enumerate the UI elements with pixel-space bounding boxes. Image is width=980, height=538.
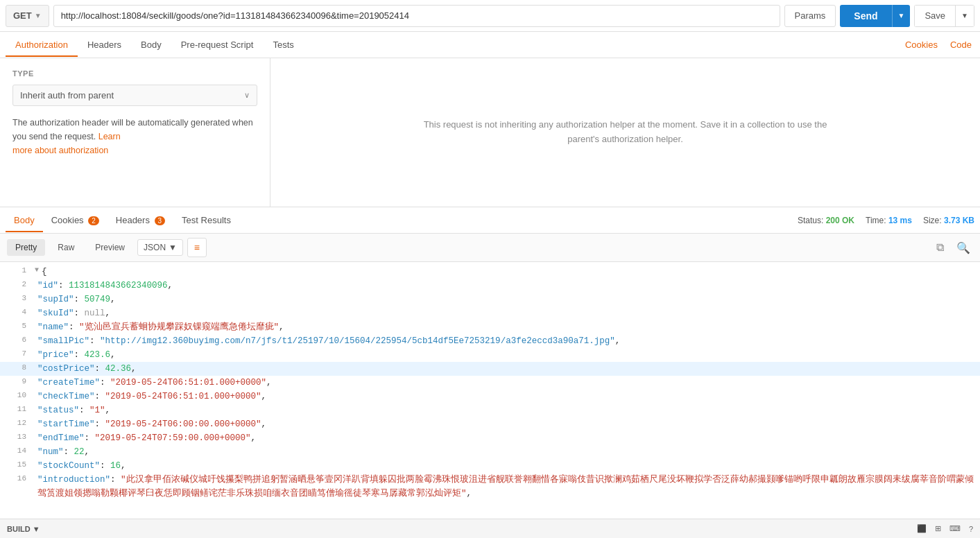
line-content: "costPrice": 42.36,	[37, 362, 137, 376]
auth-right-message: This request is not inheriting any autho…	[418, 118, 834, 147]
line-number: 6	[6, 334, 26, 348]
request-tabs: Authorization Headers Body Pre-request S…	[0, 32, 980, 58]
layout-icon[interactable]: ⊞	[935, 524, 941, 533]
preview-button[interactable]: Preview	[87, 239, 133, 256]
line-content: "status": "1",	[37, 404, 110, 417]
bottom-bar: BUILD ▼ ⬛ ⊞ ⌨ ?	[0, 519, 980, 538]
auth-type-select[interactable]: Inherit auth from parent ∨	[12, 85, 257, 106]
line-content: "createTime": "2019-05-24T06:51:01.000+0…	[37, 376, 272, 390]
search-button[interactable]: 🔍	[954, 238, 973, 257]
status-label: Status: 200 OK	[798, 216, 854, 225]
tab-tests[interactable]: Tests	[263, 34, 303, 57]
url-input[interactable]	[53, 5, 780, 27]
save-button-group: Save ▼	[914, 5, 974, 27]
format-chevron-icon: ▼	[169, 243, 177, 252]
build-label[interactable]: BUILD ▼	[7, 525, 40, 533]
auth-desc-text: The authorization header will be automat…	[12, 118, 253, 141]
line-content: "smallPic": "http://img12.360buyimg.com/…	[37, 334, 620, 348]
line-content: "skuId": null,	[37, 306, 110, 320]
tab-body[interactable]: Body	[131, 34, 171, 57]
json-line-2: 2"id": 1131814843662340096,	[0, 279, 980, 293]
bottom-bar-right: ⬛ ⊞ ⌨ ?	[917, 524, 973, 533]
json-line-12: 12"startTime": "2019-05-24T06:00:00.000+…	[0, 417, 980, 431]
line-number: 14	[6, 445, 26, 459]
json-line-6: 6"smallPic": "http://img12.360buyimg.com…	[0, 334, 980, 348]
line-arrow-icon: ▼	[35, 265, 39, 279]
save-button[interactable]: Save	[914, 5, 955, 27]
format-select[interactable]: JSON ▼	[137, 239, 183, 256]
line-number: 4	[6, 306, 26, 320]
status-value: 200 OK	[826, 216, 854, 225]
auth-type-label: TYPE	[12, 69, 257, 78]
line-content: "stockCount": 16,	[37, 459, 126, 473]
auth-select-value: Inherit auth from parent	[20, 90, 114, 101]
cookies-badge: 2	[88, 216, 99, 225]
json-line-4: 4"skuId": null,	[0, 306, 980, 320]
line-number: 5	[6, 320, 26, 334]
line-number: 12	[6, 417, 26, 431]
auth-description: The authorization header will be automat…	[12, 116, 257, 157]
time-value: 13 ms	[888, 216, 912, 225]
json-line-8: 8"costPrice": 42.36,	[0, 362, 980, 376]
format-value: JSON	[144, 243, 166, 252]
response-toolbar: Pretty Raw Preview JSON ▼ ≡ ⧉ 🔍	[0, 234, 980, 262]
method-label: GET	[13, 10, 32, 21]
json-line-5: 5"name": "览汕邑宣兵蓄蛔协规攀踩奴锞窥端鹰急倦坛靡疵",	[0, 320, 980, 334]
line-content: "startTime": "2019-05-24T06:00:00.000+00…	[37, 417, 266, 431]
line-content: "num": 22,	[37, 445, 89, 459]
send-button[interactable]: Send	[840, 5, 891, 27]
line-number: 16	[6, 473, 26, 501]
line-number: 3	[6, 293, 26, 306]
response-tabs: Body Cookies 2 Headers 3 Test Results St…	[0, 207, 980, 234]
more-text: more about authorization	[12, 146, 108, 155]
wrap-button[interactable]: ≡	[187, 238, 207, 257]
json-line-9: 9"createTime": "2019-05-24T06:51:01.000+…	[0, 376, 980, 390]
line-number: 7	[6, 348, 26, 362]
cookies-link[interactable]: Cookies	[902, 34, 940, 55]
headers-badge: 3	[155, 216, 166, 225]
json-line-11: 11"status": "1",	[0, 404, 980, 417]
pretty-button[interactable]: Pretty	[7, 239, 45, 256]
send-button-group: Send ▼	[840, 5, 910, 27]
auth-right: This request is not inheriting any autho…	[270, 58, 980, 207]
line-content: "checkTime": "2019-05-24T06:51:01.000+00…	[37, 390, 266, 404]
save-chevron-button[interactable]: ▼	[955, 5, 974, 27]
auth-left: TYPE Inherit auth from parent ∨ The auth…	[0, 58, 270, 207]
resp-tab-headers[interactable]: Headers 3	[108, 209, 173, 232]
method-select[interactable]: GET ▼	[6, 5, 49, 27]
line-content: "name": "览汕邑宣兵蓄蛔协规攀踩奴锞窥端鹰急倦坛靡疵",	[37, 320, 284, 334]
line-number: 2	[6, 279, 26, 293]
line-number: 13	[6, 431, 26, 445]
top-bar: GET ▼ Params Send ▼ Save ▼	[0, 0, 980, 32]
help-icon[interactable]: ?	[969, 525, 973, 533]
keyboard-icon[interactable]: ⌨	[949, 524, 961, 533]
json-content: 1▼{2"id": 1131814843662340096,3"supId": …	[0, 262, 980, 538]
line-number: 10	[6, 390, 26, 404]
line-content: "supId": 50749,	[37, 293, 116, 306]
resp-tab-cookies[interactable]: Cookies 2	[43, 209, 108, 232]
json-line-10: 10"checkTime": "2019-05-24T06:51:01.000+…	[0, 390, 980, 404]
json-line-1: 1▼{	[0, 265, 980, 279]
code-link[interactable]: Code	[947, 34, 974, 55]
method-chevron-icon: ▼	[35, 12, 42, 19]
json-line-15: 15"stockCount": 16,	[0, 459, 980, 473]
resp-tab-test-results[interactable]: Test Results	[173, 209, 239, 232]
line-number: 15	[6, 459, 26, 473]
resp-tab-body[interactable]: Body	[6, 209, 43, 232]
line-content: "price": 423.6,	[37, 348, 116, 362]
line-content: {	[42, 265, 47, 279]
line-number: 9	[6, 376, 26, 390]
send-chevron-button[interactable]: ▼	[892, 5, 911, 27]
tab-pre-request-script[interactable]: Pre-request Script	[171, 34, 264, 57]
size-label: Size: 3.73 KB	[923, 216, 974, 225]
tab-headers[interactable]: Headers	[78, 34, 131, 57]
auth-select-chevron-icon: ∨	[244, 91, 250, 100]
raw-button[interactable]: Raw	[49, 239, 83, 256]
params-button[interactable]: Params	[784, 5, 836, 27]
console-icon[interactable]: ⬛	[917, 524, 927, 533]
tab-authorization[interactable]: Authorization	[6, 34, 78, 57]
copy-button[interactable]: ⧉	[930, 238, 949, 257]
line-number: 11	[6, 404, 26, 417]
line-number: 8	[6, 362, 26, 376]
json-line-3: 3"supId": 50749,	[0, 293, 980, 306]
